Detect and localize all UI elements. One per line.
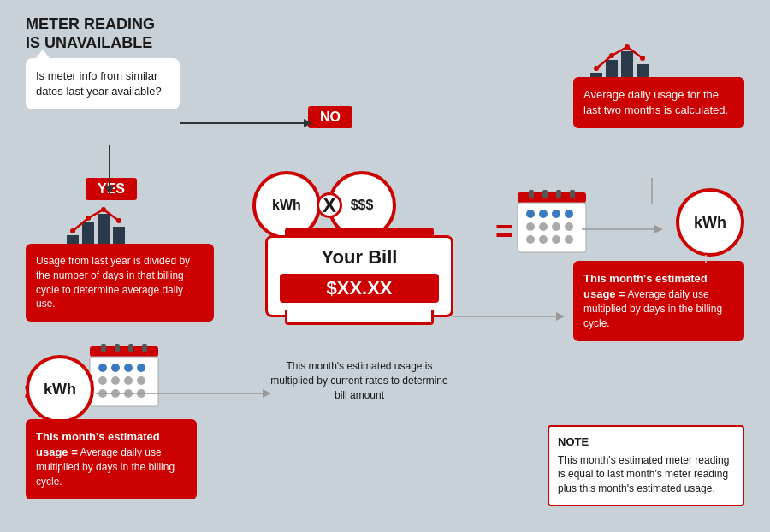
svg-rect-27 (542, 190, 548, 198)
bill-box: Your Bill $XX.XX (265, 235, 453, 317)
svg-point-10 (625, 44, 630, 50)
bill-printer: Your Bill $XX.XX (265, 235, 453, 317)
svg-point-18 (526, 222, 535, 231)
arrow-cal-eq (582, 221, 667, 238)
info-box-right: This month's estimated usage = Average d… (573, 261, 744, 341)
bill-title: Your Bill (280, 246, 439, 269)
bill-amount: $XX.XX (280, 274, 439, 303)
note-box: NOTE This month's estimated meter readin… (548, 425, 744, 506)
svg-point-24 (552, 235, 560, 244)
svg-point-38 (86, 216, 91, 221)
equals-right: = (495, 214, 513, 250)
svg-point-37 (70, 228, 75, 233)
svg-point-16 (552, 210, 560, 218)
svg-point-21 (565, 222, 573, 231)
bill-description: This month's estimated usage is multipli… (265, 359, 453, 402)
svg-point-14 (526, 210, 535, 218)
svg-marker-31 (654, 225, 663, 233)
info-box-top-right: Average daily usage for the last two mon… (573, 77, 744, 128)
svg-point-20 (552, 222, 560, 231)
svg-point-22 (526, 235, 535, 244)
svg-rect-26 (529, 190, 534, 198)
svg-point-9 (609, 53, 614, 58)
note-text: This month's estimated meter reading is … (558, 453, 734, 496)
question-box: Is meter info from similar dates last ye… (26, 58, 180, 109)
svg-rect-56 (115, 344, 120, 352)
calendar-top-right (513, 188, 590, 257)
svg-point-46 (137, 364, 145, 372)
note-title: NOTE (558, 435, 734, 448)
svg-rect-55 (101, 344, 106, 352)
kwh-circle-left: kWh (26, 355, 94, 423)
desc-box-left: Usage from last year is divided by the n… (26, 244, 214, 322)
svg-point-54 (137, 389, 145, 398)
svg-point-47 (98, 376, 107, 385)
svg-rect-29 (570, 190, 575, 198)
svg-point-43 (98, 364, 107, 372)
arrow-bill-right (453, 308, 565, 325)
svg-point-39 (101, 207, 106, 212)
svg-point-44 (111, 364, 120, 372)
svg-point-19 (539, 222, 548, 231)
svg-point-50 (137, 376, 145, 385)
no-badge: NO (308, 106, 352, 128)
svg-point-15 (539, 210, 548, 218)
svg-point-45 (124, 364, 133, 372)
svg-rect-12 (518, 192, 586, 203)
svg-point-48 (111, 376, 120, 385)
info-box-left-bottom: This month's estimated usage = Average d… (26, 419, 197, 499)
calendar-left (86, 342, 163, 411)
arrow-right-info-up (643, 178, 660, 204)
svg-point-8 (594, 66, 599, 71)
svg-point-53 (124, 389, 133, 398)
svg-point-40 (116, 218, 121, 223)
svg-marker-62 (556, 312, 565, 321)
svg-point-17 (565, 210, 573, 218)
arrow-no (180, 115, 312, 132)
svg-rect-57 (128, 344, 133, 352)
svg-point-25 (565, 235, 573, 244)
svg-rect-28 (556, 190, 561, 198)
svg-point-23 (539, 235, 548, 244)
page-title: METER READING IS UNAVAILABLE (26, 15, 155, 52)
svg-point-49 (124, 376, 133, 385)
svg-rect-58 (142, 344, 147, 352)
svg-point-51 (98, 389, 107, 398)
svg-point-11 (640, 56, 645, 61)
kwh-circle-right: kWh (676, 188, 744, 257)
multiply-symbol: X (317, 192, 342, 218)
svg-point-52 (111, 389, 120, 398)
svg-rect-41 (90, 346, 158, 357)
